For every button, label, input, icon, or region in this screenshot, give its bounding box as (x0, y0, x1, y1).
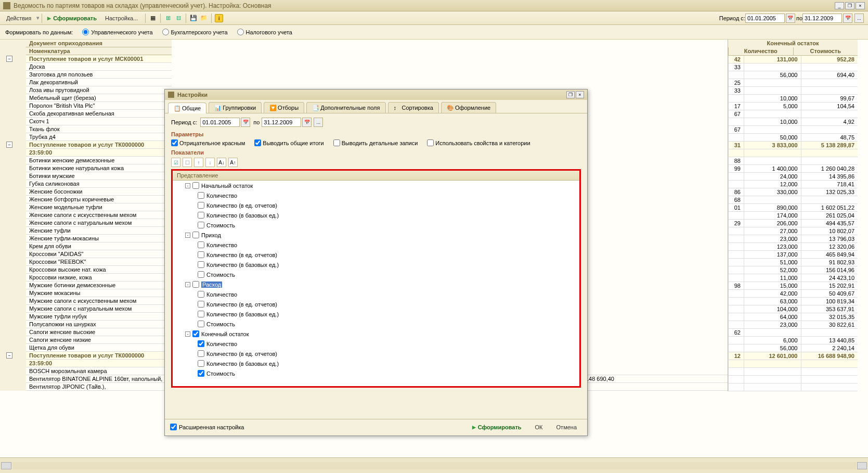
tree-toggle-icon[interactable]: - (185, 183, 190, 188)
minimize-button[interactable]: _ (835, 2, 844, 9)
tree-checkbox[interactable] (192, 232, 199, 238)
name-row[interactable]: Мужские сапоги с натуральным мехом (26, 305, 172, 313)
tree-checkbox[interactable] (198, 202, 204, 209)
name-row[interactable]: Кроссовки высокие нат. кожа (26, 266, 172, 274)
uncheck-all-icon[interactable]: ☐ (183, 158, 192, 167)
tree-toggle-icon[interactable]: - (185, 331, 190, 337)
tree-node-18[interactable]: Количество (в базовых ед.) (173, 359, 579, 368)
advanced-checkbox[interactable]: Расширенная настройка (170, 424, 244, 430)
name-row[interactable]: Ботинки женские демисезонные (26, 157, 172, 164)
tree-checkbox[interactable] (192, 182, 199, 189)
name-row[interactable]: Женские туфли-мокасины (26, 235, 172, 242)
tree-icon[interactable]: ⊞ (164, 14, 172, 22)
name-row[interactable]: BOSCH морозильная камера (26, 367, 172, 375)
name-row[interactable]: Женские туфли (26, 227, 172, 235)
grid-icon[interactable]: ▦ (149, 14, 157, 22)
save-icon[interactable]: 💾 (189, 14, 198, 22)
name-row[interactable]: Мужские туфли нубук (26, 313, 172, 321)
name-row[interactable]: Кроссовки "ADIDAS" (26, 250, 172, 258)
name-row[interactable]: Сапоги женские высокие (26, 328, 172, 336)
name-row[interactable]: Мебельный щит (береза) (26, 94, 172, 102)
tree-toggle-icon[interactable]: - (185, 233, 190, 238)
scroll-right-icon[interactable] (857, 462, 867, 469)
horizontal-scrollbar[interactable] (12, 462, 856, 469)
tree-toggle-icon[interactable]: - (185, 282, 190, 287)
settings-button[interactable]: Настройка... (102, 14, 141, 22)
tree-checkbox[interactable] (198, 251, 204, 258)
actions-menu[interactable]: Действия (3, 14, 34, 22)
tree-node-14[interactable]: Стоимость (173, 319, 579, 329)
date-to-input[interactable] (802, 14, 842, 23)
close-button[interactable]: × (856, 2, 865, 9)
tree-checkbox[interactable] (198, 340, 204, 347)
name-row[interactable]: Кроссовки низкие, кожа (26, 274, 172, 282)
tree-checkbox[interactable] (192, 281, 199, 288)
collapse-icon[interactable]: ⊟ (174, 14, 183, 22)
name-row[interactable]: Женские сапоги с натуральным мехом (26, 219, 172, 227)
help-icon[interactable]: i (215, 14, 223, 22)
tree-node-4[interactable]: Стоимость (173, 220, 579, 230)
tree-checkbox[interactable] (198, 222, 204, 228)
dialog-period-ellipsis[interactable]: ... (314, 118, 323, 127)
name-row[interactable]: Мужские мокасины (26, 289, 172, 297)
name-row[interactable]: Кроссовки "REEBOK" (26, 258, 172, 266)
calendar-from-button[interactable]: 📅 (786, 14, 795, 23)
sort-desc-icon[interactable]: A↑ (228, 158, 238, 167)
tree-node-6[interactable]: Количество (173, 240, 579, 250)
tree-checkbox[interactable] (198, 291, 204, 298)
outline-toggle[interactable]: − (6, 56, 12, 62)
dialog-cal-from[interactable]: 📅 (241, 118, 250, 127)
sort-asc-icon[interactable]: A↓ (217, 158, 226, 167)
name-row[interactable]: Мужские ботинки демисезонные (26, 282, 172, 289)
tree-checkbox[interactable] (198, 261, 204, 268)
period-ellipsis-button[interactable]: ... (854, 14, 864, 23)
outline-toggle[interactable]: − (6, 142, 12, 148)
calendar-to-button[interactable]: 📅 (843, 14, 852, 23)
tree-checkbox[interactable] (198, 301, 204, 308)
dialog-cal-to[interactable]: 📅 (302, 118, 312, 127)
tree-checkbox[interactable] (192, 330, 199, 337)
name-row[interactable]: Мужские сапоги с искусственным мехом (26, 297, 172, 305)
tree-node-19[interactable]: Стоимость (173, 368, 579, 378)
name-row[interactable]: Щетка для обуви (26, 344, 172, 352)
name-row[interactable]: Сапоги женские низкие (26, 336, 172, 344)
dialog-form-button[interactable]: Сформировать (467, 423, 527, 431)
name-row[interactable]: Поступление товаров и услуг ТК0000000 (26, 352, 172, 360)
name-row[interactable]: Женские сапоги с искусственным мехом (26, 211, 172, 219)
tab-3[interactable]: 📑Дополнительные поля (306, 102, 385, 113)
scroll-left-icon[interactable] (1, 462, 11, 469)
tree-checkbox[interactable] (198, 370, 204, 377)
radio-management[interactable]: Управленческого учета (82, 29, 152, 35)
radio-tax[interactable]: Налогового учета (237, 29, 292, 35)
name-row[interactable]: Скотч 1 (26, 118, 172, 125)
maximize-button[interactable]: ❐ (845, 2, 854, 9)
tree-node-13[interactable]: Количество (в базовых ед.) (173, 309, 579, 319)
name-row[interactable]: Вентилятор BINATONE ALPINE 160вт, наполь… (26, 375, 172, 383)
tab-2[interactable]: 🔽Отборы (264, 102, 304, 113)
load-icon[interactable]: 📁 (200, 14, 208, 22)
dialog-ok-button[interactable]: ОК (530, 423, 548, 431)
name-row[interactable]: Женские модельные туфли (26, 203, 172, 211)
tree-node-7[interactable]: Количество (в ед. отчетов) (173, 250, 579, 260)
tree-checkbox[interactable] (198, 360, 204, 367)
tree-checkbox[interactable] (198, 241, 204, 248)
tree-checkbox[interactable] (198, 321, 204, 327)
dialog-close-button[interactable]: × (576, 91, 584, 98)
outline-toggle[interactable]: − (6, 352, 12, 359)
tab-1[interactable]: 📊Группировки (209, 102, 262, 113)
tree-checkbox[interactable] (198, 192, 204, 199)
tree-node-16[interactable]: Количество (173, 339, 579, 349)
name-row[interactable]: Лак декоративный (26, 79, 172, 86)
name-row[interactable]: Поролон "British Vita Plc" (26, 102, 172, 110)
tree-node-3[interactable]: Количество (в базовых ед.) (173, 210, 579, 220)
tree-node-12[interactable]: Количество (в ед. отчетов) (173, 299, 579, 309)
dialog-restore-button[interactable]: ❐ (566, 91, 575, 98)
name-row[interactable]: Вентилятор JIPONIC (Тайв.), (26, 383, 172, 391)
param-3[interactable]: Использовать свойства и категории (427, 139, 530, 146)
check-all-icon[interactable]: ☑ (171, 158, 180, 167)
name-row[interactable]: Доска (26, 63, 172, 71)
name-row[interactable]: Ткань флок (26, 125, 172, 133)
name-row[interactable]: Трубка д4 (26, 133, 172, 141)
tab-4[interactable]: ↕Сортировка (388, 102, 439, 113)
radio-accounting[interactable]: Бухгалтерского учета (162, 29, 228, 35)
